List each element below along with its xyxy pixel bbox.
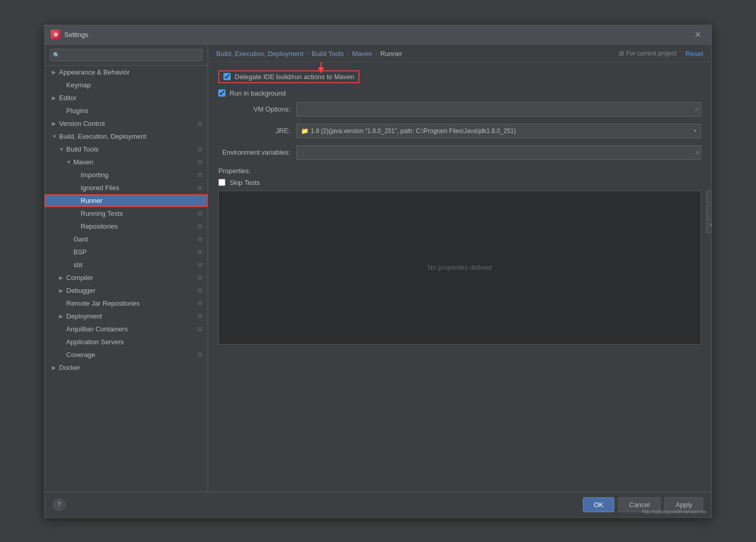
sidebar-item-runner[interactable]: Runner ⊞	[45, 194, 207, 207]
sidebar-item-importing[interactable]: Importing ⊞	[45, 169, 207, 181]
help-button[interactable]: ?	[53, 498, 65, 511]
sidebar-item-running-tests[interactable]: Running Tests ⊞	[45, 207, 207, 220]
copy-icon: ⊞	[198, 210, 202, 217]
sidebar-item-label: Build, Execution, Deployment	[59, 133, 202, 140]
jre-value: 1.8 (2)(java.version "1.8.0_251", path: …	[311, 127, 694, 135]
copy-icon: ⊞	[198, 146, 202, 153]
env-edit-icon: ≡	[696, 149, 699, 156]
sidebar-item-label: Keymap	[66, 81, 202, 89]
sidebar-item-app-servers[interactable]: Application Servers	[45, 335, 207, 348]
breadcrumb-item-1[interactable]: Build, Execution, Deployment	[216, 50, 304, 58]
edit-property-button[interactable]: ✎	[706, 219, 711, 233]
sidebar: 🔍 ▶ Appearance & Behavior Keymap ▶ Edito…	[45, 45, 208, 492]
sidebar-item-label: Runner	[81, 197, 196, 204]
arrow-icon: ▶	[52, 95, 59, 101]
add-property-button[interactable]: +	[706, 191, 711, 204]
sidebar-item-label: Debugger	[66, 287, 196, 294]
skip-tests-checkbox[interactable]	[218, 179, 225, 186]
watermark: http://sqljslog.jcsdel.tamazin.be	[642, 509, 706, 514]
sidebar-item-label: Editor	[59, 94, 202, 102]
sidebar-item-maven[interactable]: ▼ Maven ⊞	[45, 156, 207, 169]
close-button[interactable]: ✕	[690, 28, 705, 42]
env-var-input-wrap: ≡	[296, 145, 701, 160]
sidebar-item-label: Running Tests	[81, 210, 196, 217]
sidebar-item-label: Version Control	[59, 120, 196, 127]
copy-icon: ⊞	[198, 223, 202, 230]
sidebar-item-label: Appearance & Behavior	[59, 68, 202, 76]
env-var-label: Environment variables:	[218, 148, 290, 156]
title-bar: ⚙ Settings ✕	[45, 25, 711, 45]
vm-options-row: VM Options: ⤢	[218, 102, 701, 117]
sidebar-item-editor[interactable]: ▶ Editor	[45, 91, 207, 104]
ok-button[interactable]: OK	[583, 497, 614, 512]
sidebar-item-label: Maven	[73, 158, 196, 166]
sidebar-item-label: Plugins	[66, 107, 202, 115]
sidebar-item-compiler[interactable]: ▶ Compiler ⊞	[45, 271, 207, 284]
copy-icon: ⊞	[198, 184, 202, 191]
reset-button[interactable]: Reset	[686, 50, 703, 58]
copy-icon: ⊞	[198, 197, 202, 204]
jre-select-wrap: 📁 1.8 (2)(java.version "1.8.0_251", path…	[296, 124, 701, 138]
sidebar-item-build-exec[interactable]: ▼ Build, Execution, Deployment	[45, 130, 207, 143]
sidebar-item-build-tools[interactable]: ▼ Build Tools ⊞	[45, 143, 207, 156]
remove-property-button[interactable]: −	[706, 205, 711, 218]
sidebar-item-gant[interactable]: Gant ⊞	[45, 233, 207, 246]
vm-options-input[interactable]	[296, 102, 701, 117]
run-background-label: Run in background	[230, 89, 286, 97]
breadcrumb-item-3[interactable]: Maven	[352, 50, 372, 58]
copy-icon: ⊞	[198, 236, 202, 242]
sidebar-item-repositories[interactable]: Repositories ⊞	[45, 220, 207, 233]
copy-icon: ⊞	[198, 313, 202, 320]
sidebar-item-remote-jar[interactable]: Remote Jar Repositories ⊞	[45, 297, 207, 310]
skip-tests-row: Skip Tests	[218, 179, 701, 186]
sidebar-item-bsp[interactable]: BSP ⊞	[45, 246, 207, 258]
sidebar-item-appearance[interactable]: ▶ Appearance & Behavior	[45, 66, 207, 79]
sidebar-item-label: Ignored Files	[81, 184, 196, 192]
sidebar-item-version-control[interactable]: ▶ Version Control ⊞	[45, 117, 207, 130]
footer-left: ?	[53, 498, 65, 511]
sidebar-item-label: Coverage	[66, 351, 196, 359]
vm-options-input-wrap: ⤢	[296, 102, 701, 117]
copy-icon: ⊞	[198, 274, 202, 281]
settings-panel: Delegate IDE build/run actions to Maven …	[208, 62, 711, 492]
table-action-buttons: + − ✎	[706, 191, 711, 233]
sidebar-item-label: Repositories	[81, 222, 196, 230]
run-in-background-checkbox[interactable]	[218, 89, 225, 97]
sidebar-item-arquillian[interactable]: Arquillian Containers ⊞	[45, 323, 207, 335]
sidebar-item-ignored-files[interactable]: Ignored Files ⊞	[45, 181, 207, 194]
properties-empty-message: No properties defined	[428, 264, 492, 271]
arrow-icon: ▶	[52, 69, 59, 75]
dialog-body: 🔍 ▶ Appearance & Behavior Keymap ▶ Edito…	[45, 45, 711, 492]
sidebar-item-keymap[interactable]: Keymap	[45, 79, 207, 91]
copy-icon: ⊞	[198, 120, 202, 127]
copy-icon: ⊞	[198, 261, 202, 268]
delegate-checkbox[interactable]	[223, 73, 231, 80]
app-icon: ⚙	[51, 30, 60, 39]
skip-tests-label: Skip Tests	[230, 179, 260, 186]
sidebar-item-docker[interactable]: ▶ Docker	[45, 361, 207, 374]
jre-label: JRE:	[218, 127, 290, 135]
for-current-project-label: ⊞ For current project	[619, 50, 676, 57]
jre-dropdown[interactable]: 📁 1.8 (2)(java.version "1.8.0_251", path…	[296, 124, 701, 138]
copy-icon: ⊞	[198, 351, 202, 358]
sidebar-item-debugger[interactable]: ▶ Debugger ⊞	[45, 284, 207, 297]
sidebar-item-sbt[interactable]: sbt ⊞	[45, 258, 207, 271]
arrow-icon: ▶	[59, 288, 66, 293]
sidebar-item-deployment[interactable]: ▶ Deployment ⊞	[45, 310, 207, 323]
arrow-icon: ▼	[52, 134, 59, 139]
sidebar-item-label: Remote Jar Repositories	[66, 300, 196, 307]
chevron-down-icon: ▾	[694, 128, 696, 134]
sidebar-item-label: Gant	[73, 235, 196, 243]
env-var-input[interactable]	[296, 145, 701, 160]
properties-table-wrap: No properties defined + − ✎	[218, 191, 701, 345]
search-input[interactable]	[50, 49, 202, 61]
properties-table: No properties defined	[218, 191, 701, 345]
sidebar-item-label: Importing	[81, 171, 196, 179]
breadcrumb-separator: ›	[347, 50, 349, 57]
sidebar-item-label: BSP	[73, 248, 196, 256]
breadcrumb-item-2[interactable]: Build Tools	[312, 50, 344, 58]
delegate-checkbox-container: Delegate IDE build/run actions to Maven	[218, 70, 360, 83]
sidebar-item-label: Application Servers	[66, 338, 202, 346]
sidebar-item-coverage[interactable]: Coverage ⊞	[45, 348, 207, 361]
sidebar-item-plugins[interactable]: Plugins	[45, 104, 207, 117]
